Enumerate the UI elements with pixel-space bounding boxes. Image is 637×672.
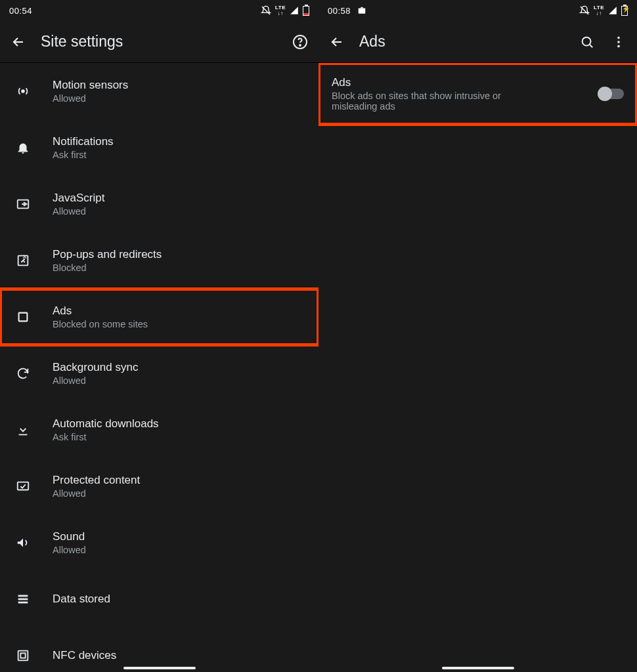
search-button[interactable] [578,33,596,51]
ads-toggle-subtitle: Block ads on sites that show intrusive o… [332,91,542,112]
svg-point-17 [617,41,620,43]
settings-item-title: Notifications [53,135,308,148]
page-title: Ads [359,33,565,51]
gesture-bar [123,667,196,669]
mute-icon [261,5,271,16]
settings-item-title: NFC devices [53,649,308,662]
status-time: 00:58 [328,6,351,16]
ads-toggle-switch[interactable] [599,89,624,99]
settings-item-motion[interactable]: Motion sensorsAllowed [0,63,318,119]
app-bar: Site settings [0,21,318,63]
back-button[interactable] [9,33,28,51]
nfc-icon [13,648,33,663]
svg-rect-13 [359,9,366,14]
settings-item-title: Protected content [53,474,308,487]
settings-item-subtitle: Allowed [53,488,308,499]
data-icon [13,592,33,606]
settings-item-subtitle: Allowed [53,545,308,555]
app-bar: Ads [318,21,637,63]
svg-rect-6 [19,313,28,322]
motion-icon [13,84,33,98]
settings-item-js[interactable]: JavaScriptAllowed [0,176,318,232]
overflow-menu-button[interactable] [609,33,628,51]
settings-item-title: Data stored [53,593,308,606]
lte-icon: LTE ↓↑ [275,5,286,16]
settings-item-popups[interactable]: Pop-ups and redirectsBlocked [0,232,318,289]
svg-point-2 [299,45,301,46]
page-title: Site settings [41,33,278,51]
settings-item-subtitle: Blocked [53,262,308,273]
bgsync-icon [13,366,33,381]
signal-icon [608,6,617,15]
svg-rect-11 [18,651,28,661]
ads-toggle-row[interactable]: Ads Block ads on sites that show intrusi… [318,63,637,125]
popups-icon [13,253,33,268]
svg-rect-9 [18,598,28,600]
settings-item-subtitle: Allowed [53,93,308,104]
ads-panel: Ads Block ads on sites that show intrusi… [318,63,637,672]
settings-item-subtitle: Allowed [53,206,308,217]
settings-item-subtitle: Blocked on some sites [53,319,308,329]
status-icons: LTE ↓↑ [579,5,628,16]
svg-point-16 [617,36,620,39]
svg-rect-8 [18,595,28,597]
screen-ads: 00:58 LTE ↓↑ [318,0,637,672]
battery-icon [621,6,628,16]
js-icon [13,197,33,211]
svg-rect-12 [20,653,25,658]
screenshot-icon [357,6,366,15]
svg-point-15 [582,37,591,45]
back-button[interactable] [328,33,346,51]
ads-toggle-title: Ads [332,76,579,89]
notif-icon [13,140,33,155]
settings-item-subtitle: Ask first [53,432,308,442]
settings-item-data[interactable]: Data stored [0,571,318,627]
settings-item-title: Sound [53,530,308,543]
settings-item-autodl[interactable]: Automatic downloadsAsk first [0,402,318,458]
settings-item-title: Automatic downloads [53,417,308,430]
settings-item-subtitle: Ask first [53,150,308,160]
settings-item-notif[interactable]: NotificationsAsk first [0,119,318,176]
settings-item-title: Motion sensors [53,79,308,92]
status-icons: LTE ↓↑ [261,5,309,16]
settings-item-subtitle: Allowed [53,375,308,386]
help-button[interactable] [291,33,309,51]
settings-item-protc[interactable]: Protected contentAllowed [0,458,318,514]
ads-icon [13,310,33,324]
screen-site-settings: 00:54 LTE ↓↑ Site settings [0,0,318,672]
autodl-icon [13,423,33,437]
svg-rect-7 [18,482,29,490]
svg-rect-10 [18,602,28,604]
status-bar: 00:58 LTE ↓↑ [318,0,637,21]
signal-icon [290,6,299,15]
svg-point-3 [22,90,24,93]
mute-icon [579,5,590,16]
settings-item-title: Background sync [53,361,308,374]
settings-item-title: JavaScript [53,192,308,205]
settings-item-title: Pop-ups and redirects [53,248,308,261]
settings-list[interactable]: Motion sensorsAllowedNotificationsAsk fi… [0,63,318,672]
settings-item-ads[interactable]: AdsBlocked on some sites [0,289,318,345]
svg-point-18 [617,45,620,47]
settings-item-bgsync[interactable]: Background syncAllowed [0,345,318,402]
gesture-bar [442,667,514,669]
settings-item-sound[interactable]: SoundAllowed [0,514,318,571]
settings-item-title: Ads [53,304,308,318]
settings-item-nfc[interactable]: NFC devices [0,627,318,672]
sound-icon [13,536,33,550]
status-time: 00:54 [9,6,32,16]
protc-icon [13,479,33,494]
battery-low-icon [303,6,309,16]
status-bar: 00:54 LTE ↓↑ [0,0,318,21]
lte-icon: LTE ↓↑ [594,5,604,16]
